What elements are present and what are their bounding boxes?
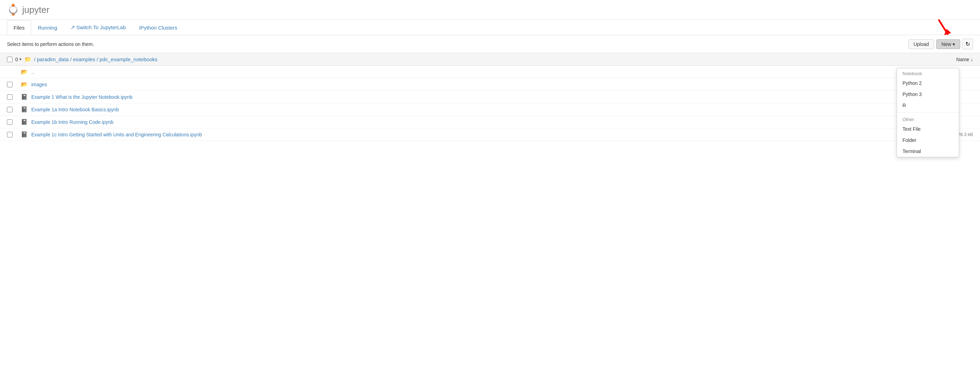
- dropdown-text-file[interactable]: Text File: [897, 123, 959, 134]
- other-section-label: Other:: [897, 114, 959, 123]
- list-item: 📂 images: [0, 78, 980, 91]
- breadcrumb-examples[interactable]: examples: [73, 56, 95, 62]
- breadcrumb-sep2: /: [97, 56, 98, 62]
- breadcrumb-path: / paradim_data / examples / pdc_example_…: [34, 56, 158, 62]
- tab-jupyterlab[interactable]: ↗ Switch To JupyterLab: [64, 20, 132, 35]
- row-check: [7, 94, 21, 100]
- file-name[interactable]: ..: [31, 69, 889, 75]
- new-button[interactable]: New ▾: [936, 39, 960, 49]
- sort-name-button[interactable]: Name ↓: [956, 57, 973, 62]
- jupyter-logo-icon: [7, 3, 19, 16]
- select-all-checkbox[interactable]: [7, 57, 13, 62]
- refresh-button[interactable]: ↻: [962, 38, 973, 50]
- count-dropdown-arrow[interactable]: ▾: [19, 57, 22, 62]
- row-check: [7, 132, 21, 138]
- tab-running[interactable]: Running: [31, 20, 64, 35]
- breadcrumb-left: 0 ▾ 📁 / paradim_data / examples / pdc_ex…: [7, 56, 956, 62]
- list-item: 📂 ..: [0, 66, 980, 78]
- notebook-icon: 📓: [21, 94, 31, 100]
- folder-up-icon: 📂: [21, 69, 31, 75]
- row-check: [7, 119, 21, 125]
- new-dropdown-menu: Notebook: Python 2 Python 3 R Other: Tex…: [897, 68, 959, 141]
- file-name[interactable]: images: [31, 82, 889, 87]
- list-item: 📓 Example 1 What is the Jupyter Notebook…: [0, 91, 980, 103]
- dropdown-divider: [897, 112, 959, 113]
- tab-clusters[interactable]: IPython Clusters: [132, 20, 184, 35]
- file-name[interactable]: Example 1c Intro Getting Started with Un…: [31, 132, 889, 138]
- breadcrumb-right: Name ↓: [956, 57, 973, 62]
- breadcrumb-paradim[interactable]: paradim_data: [37, 56, 69, 62]
- toolbar: Select items to perform actions on them.…: [0, 35, 980, 53]
- file-name[interactable]: Example 1 What is the Jupyter Notebook.i…: [31, 94, 889, 100]
- toolbar-actions: Upload New ▾ ↻: [908, 38, 973, 50]
- selected-count: 0: [15, 57, 18, 62]
- dropdown-python3[interactable]: Python 3: [897, 89, 959, 100]
- file-name[interactable]: Example 1b Intro Running Code.ipynb: [31, 119, 889, 125]
- breadcrumb-sep-root: /: [34, 56, 35, 62]
- dropdown-folder[interactable]: Folder: [897, 134, 959, 141]
- list-item: 📓 Example 1b Intro Running Code.ipynb: [0, 116, 980, 128]
- file-list: 📂 .. 📂 images 📓 Example 1 What is the Ju…: [0, 66, 980, 141]
- upload-button[interactable]: Upload: [908, 39, 934, 49]
- list-item: 📓 Example 1a Intro Notebook Basics.ipynb: [0, 103, 980, 116]
- tab-files[interactable]: Files: [7, 20, 31, 35]
- file-name[interactable]: Example 1a Intro Notebook Basics.ipynb: [31, 107, 889, 112]
- logo: jupyter: [7, 3, 49, 16]
- item-checkbox[interactable]: [7, 132, 13, 138]
- list-item: 📓 Example 1c Intro Getting Started with …: [0, 128, 980, 141]
- toolbar-hint: Select items to perform actions on them.: [7, 42, 94, 47]
- header: jupyter: [0, 0, 980, 20]
- item-checkbox[interactable]: [7, 94, 13, 100]
- tabs-bar: Files Running ↗ Switch To JupyterLab IPy…: [0, 20, 980, 35]
- item-checkbox[interactable]: [7, 107, 13, 112]
- app-title: jupyter: [22, 5, 49, 15]
- notebook-icon: 📓: [21, 118, 31, 125]
- breadcrumb-folder-icon: 📁: [24, 56, 31, 62]
- notebook-icon: 📓: [21, 131, 31, 138]
- folder-icon: 📂: [21, 81, 31, 88]
- notebook-icon: 📓: [21, 106, 31, 113]
- notebook-section-label: Notebook:: [897, 68, 959, 78]
- count-badge: 0 ▾: [15, 57, 22, 62]
- dropdown-python2[interactable]: Python 2: [897, 78, 959, 89]
- breadcrumb-pdc[interactable]: pdc_example_notebooks: [99, 56, 158, 62]
- breadcrumb-sep1: /: [70, 56, 72, 62]
- breadcrumb-bar: 0 ▾ 📁 / paradim_data / examples / pdc_ex…: [0, 53, 980, 66]
- row-check: [7, 82, 21, 87]
- row-check: [7, 107, 21, 112]
- dropdown-r[interactable]: R: [897, 100, 959, 111]
- item-checkbox[interactable]: [7, 82, 13, 87]
- item-checkbox[interactable]: [7, 119, 13, 125]
